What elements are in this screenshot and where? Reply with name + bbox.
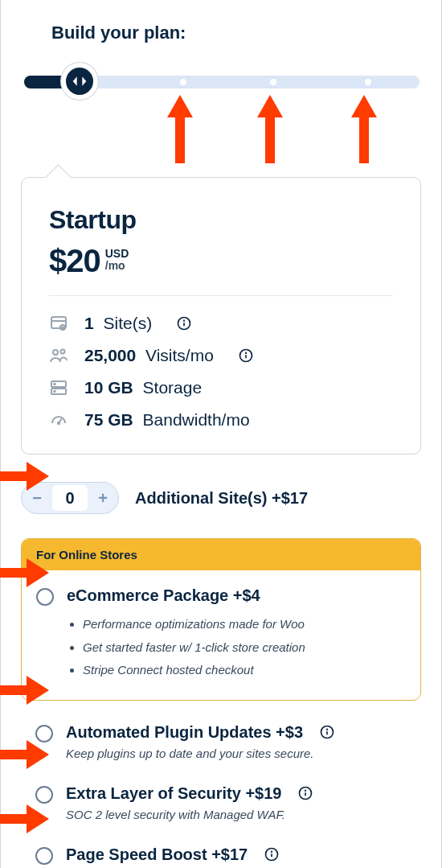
price-period: /mo — [105, 260, 129, 272]
list-item: Get started faster w/ 1-click store crea… — [83, 636, 305, 660]
slider-thumb[interactable] — [61, 63, 98, 100]
info-icon[interactable] — [264, 846, 280, 862]
addon-desc: Keep plugins up to date and your sites s… — [66, 747, 335, 760]
addon-page-speed-boost: Page Speed Boost +$17 Improve speed scor… — [21, 845, 421, 869]
annotation-up-arrow-icon — [351, 95, 377, 163]
list-item: Performance optimizations made for Woo — [83, 613, 305, 636]
spec-value: 75 GB — [84, 410, 133, 429]
additional-sites-stepper[interactable]: − 0 + — [21, 482, 119, 514]
spec-bandwidth: 75 GB Bandwidth/mo — [49, 410, 393, 430]
svg-point-16 — [54, 391, 55, 393]
addon-desc: SOC 2 level security with Managed WAF. — [66, 808, 313, 821]
bandwidth-icon — [49, 410, 68, 430]
spec-label: Storage — [143, 378, 203, 397]
addon-radio[interactable] — [35, 725, 53, 743]
spec-storage: 10 GB Storage — [49, 378, 393, 397]
stepper-label: Additional Site(s) +$17 — [135, 489, 308, 508]
addon-extra-security: Extra Layer of Security +$19 SOC 2 level… — [21, 784, 421, 821]
price-currency: USD — [105, 248, 129, 260]
addon-title: Automated Plugin Updates +$3 — [66, 723, 303, 742]
spec-label: Site(s) — [104, 314, 153, 332]
plan-slider[interactable] — [23, 68, 421, 97]
list-item: Stripe Connect hosted checkout — [83, 659, 305, 682]
sites-icon — [49, 314, 68, 333]
addon-automated-plugin-updates: Automated Plugin Updates +$3 Keep plugin… — [21, 723, 421, 760]
addon-radio[interactable] — [35, 847, 53, 865]
annotation-up-arrow-icon — [257, 95, 283, 163]
stepper-increment-button[interactable]: + — [88, 483, 118, 513]
spec-sites: 1 Site(s) — [49, 314, 393, 333]
svg-point-9 — [61, 350, 65, 354]
svg-point-15 — [54, 384, 55, 385]
slider-tick — [270, 79, 276, 85]
ecommerce-title: eCommerce Package +$4 — [67, 586, 305, 605]
addon-radio[interactable] — [35, 786, 53, 804]
svg-point-8 — [53, 350, 58, 355]
plan-name: Startup — [49, 205, 393, 235]
plan-price: $20 — [49, 243, 100, 279]
info-icon[interactable] — [297, 785, 313, 801]
stepper-value: 0 — [52, 485, 88, 511]
spec-value: 1 — [84, 314, 94, 332]
slider-tick — [365, 79, 371, 85]
page-title: Build your plan: — [51, 23, 421, 43]
ecommerce-card: For Online Stores eCommerce Package +$4 … — [21, 538, 421, 701]
info-icon[interactable] — [176, 315, 192, 331]
addon-title: Extra Layer of Security +$19 — [66, 784, 281, 803]
spec-value: 10 GB — [84, 378, 133, 397]
spec-visits: 25,000 Visits/mo — [49, 346, 393, 365]
visits-icon — [49, 346, 68, 365]
spec-value: 25,000 — [84, 346, 136, 364]
ecommerce-bullets: Performance optimizations made for Woo G… — [67, 613, 305, 682]
svg-point-7 — [184, 320, 185, 321]
annotation-up-arrow-icon — [167, 95, 193, 163]
info-icon[interactable] — [319, 724, 335, 740]
spec-label: Visits/mo — [145, 346, 214, 364]
svg-point-18 — [58, 422, 59, 424]
svg-point-12 — [245, 352, 246, 353]
plan-card: Startup $20 USD /mo 1 Site(s) 25,000 Vis… — [21, 177, 421, 455]
storage-icon — [49, 378, 68, 397]
slider-tick — [180, 79, 186, 85]
svg-point-27 — [272, 851, 272, 852]
stepper-decrement-button[interactable]: − — [22, 483, 52, 513]
info-icon[interactable] — [238, 348, 254, 364]
svg-rect-0 — [51, 317, 66, 328]
ecommerce-radio[interactable] — [36, 588, 54, 606]
addon-title: Page Speed Boost +$17 — [66, 845, 248, 864]
ecommerce-badge: For Online Stores — [22, 539, 420, 570]
spec-label: Bandwidth/mo — [143, 410, 250, 429]
svg-point-21 — [327, 729, 328, 730]
svg-point-24 — [305, 790, 306, 791]
